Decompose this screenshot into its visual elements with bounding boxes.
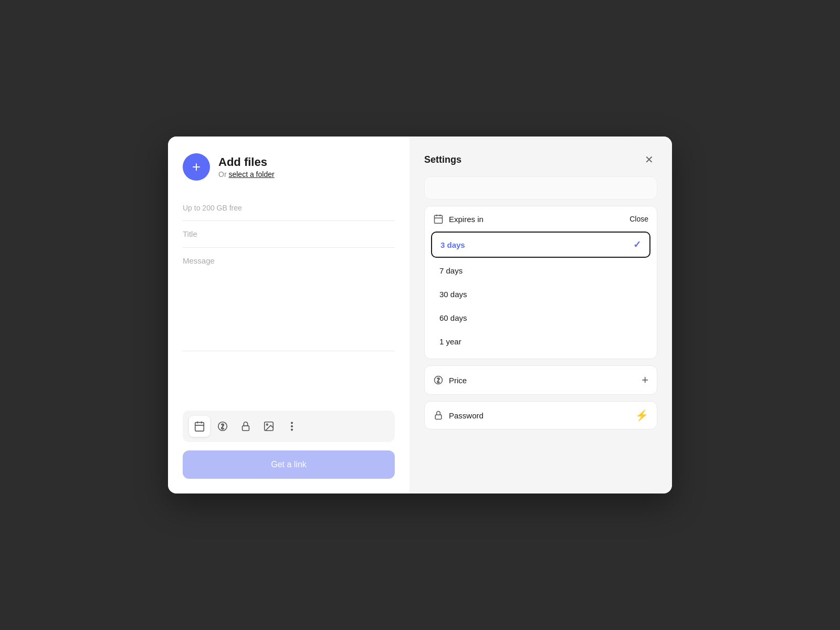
selected-checkmark: ✓ bbox=[633, 239, 641, 250]
select-folder-link[interactable]: select a folder bbox=[228, 170, 274, 178]
settings-close-button[interactable]: ✕ bbox=[640, 151, 657, 168]
message-input[interactable] bbox=[183, 256, 395, 340]
expires-in-header: Expires in Close bbox=[425, 206, 657, 232]
add-files-header: + Add files Or select a folder bbox=[183, 153, 395, 181]
settings-header: Settings ✕ bbox=[424, 151, 657, 168]
get-link-button[interactable]: Get a link bbox=[183, 450, 395, 479]
price-label: Price bbox=[449, 376, 467, 385]
add-files-title: Add files bbox=[218, 155, 275, 169]
expires-in-label: Expires in bbox=[449, 215, 484, 224]
expire-option-60days[interactable]: 60 days bbox=[431, 307, 650, 329]
storage-info: Up to 200 GB free bbox=[183, 195, 395, 221]
left-panel: + Add files Or select a folder Up to 200… bbox=[168, 136, 410, 494]
expires-close-button[interactable]: Close bbox=[629, 215, 648, 223]
title-field-container bbox=[183, 221, 395, 248]
svg-rect-0 bbox=[195, 423, 204, 432]
password-toolbar-icon[interactable] bbox=[235, 416, 256, 437]
more-options-icon[interactable] bbox=[281, 416, 302, 437]
expire-option-7days[interactable]: 7 days bbox=[431, 260, 650, 281]
modal-container: + Add files Or select a folder Up to 200… bbox=[168, 136, 672, 494]
expires-toolbar-icon[interactable] bbox=[189, 416, 210, 437]
price-add-icon: + bbox=[642, 373, 648, 387]
price-section[interactable]: Price + bbox=[424, 365, 657, 395]
password-section[interactable]: Password ⚡ bbox=[424, 401, 657, 429]
add-files-subtitle: Or select a folder bbox=[218, 170, 275, 178]
message-field-container bbox=[183, 248, 395, 351]
password-lightning-icon: ⚡ bbox=[635, 409, 648, 422]
right-panel: Settings ✕ Expires in Close bbox=[410, 136, 672, 494]
price-icon bbox=[433, 375, 444, 385]
expire-option-3days[interactable]: 3 days ✓ bbox=[431, 232, 650, 258]
expires-options-list: 3 days ✓ 7 days 30 days 60 days 1 year bbox=[425, 232, 657, 359]
svg-point-10 bbox=[291, 429, 292, 430]
settings-top-placeholder bbox=[424, 176, 657, 200]
settings-title: Settings bbox=[424, 154, 461, 165]
svg-point-8 bbox=[291, 422, 292, 423]
title-input[interactable] bbox=[183, 229, 395, 238]
expire-option-1year[interactable]: 1 year bbox=[431, 331, 650, 352]
image-toolbar-icon[interactable] bbox=[258, 416, 279, 437]
price-toolbar-icon[interactable] bbox=[212, 416, 233, 437]
svg-rect-5 bbox=[243, 426, 249, 430]
password-lock-icon bbox=[433, 410, 444, 421]
svg-rect-11 bbox=[435, 215, 443, 223]
expires-in-section: Expires in Close 3 days ✓ 7 days 30 days… bbox=[424, 206, 657, 359]
svg-rect-16 bbox=[435, 415, 442, 419]
svg-point-9 bbox=[291, 426, 292, 427]
add-files-button[interactable]: + bbox=[183, 153, 210, 181]
expire-option-30days[interactable]: 30 days bbox=[431, 284, 650, 305]
calendar-icon bbox=[433, 214, 444, 224]
toolbar bbox=[183, 411, 395, 442]
password-label: Password bbox=[449, 411, 484, 420]
svg-point-7 bbox=[266, 424, 268, 425]
